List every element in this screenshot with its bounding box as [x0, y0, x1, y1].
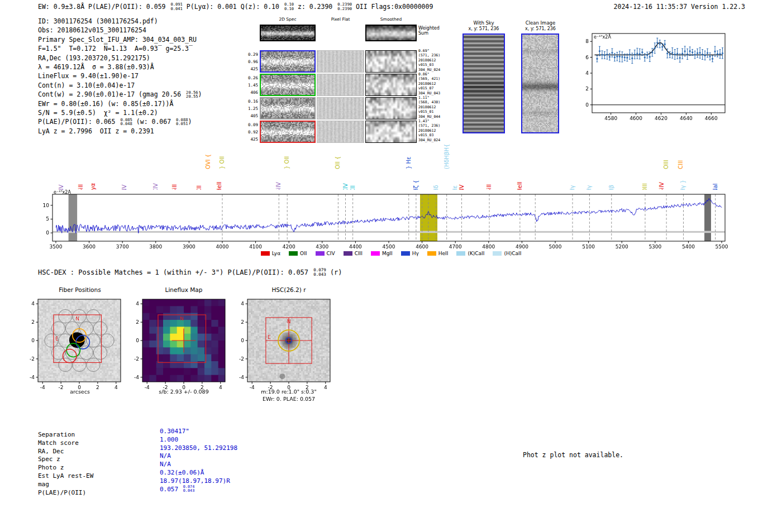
with-sky-title: With Sky — [458, 20, 509, 26]
hsc-caption-2: EWr: 0. PLAE: 0.057 — [242, 396, 336, 402]
legend-item: (K)CaII — [456, 251, 484, 256]
match-row-label: Photo z — [38, 464, 160, 472]
fiber-weight-value: 0.09 — [241, 121, 258, 128]
match-row-value: N/A — [160, 452, 171, 459]
hsc-match-summary: HSC-DEX : Possible Matches = 1 (within +… — [38, 269, 342, 277]
photz-note: Phot z plot not available. — [523, 451, 623, 459]
fiber-annotation-line: 304_RU_043 — [418, 91, 453, 95]
match-row-label: Spec z — [38, 456, 160, 464]
fiber-annotation-line: 20180612 — [418, 82, 453, 86]
fiber-weight-value: 405 — [241, 112, 258, 119]
with-sky-image — [462, 33, 505, 133]
match-row-value: 0.057 0.0740.043 — [160, 486, 194, 493]
line-fit-inset-chart — [575, 28, 732, 122]
fiber-smoothed-image — [365, 74, 417, 96]
match-row-label: Match score — [38, 439, 160, 448]
fiber-weight-value: 0.29 — [241, 51, 258, 58]
fiber-smoothed-image — [365, 121, 417, 143]
stacked-uncertainty: 0.0740.043 — [183, 485, 195, 493]
fiber-weight-value: 0.92 — [241, 128, 258, 136]
match-row-label: P(LAE)/P(OII) — [38, 489, 160, 497]
info-line: S/N = 5.9(±0.5) χ² = 1.1(±0.2) — [38, 108, 202, 117]
fiber-weight-value: 406 — [241, 89, 258, 96]
col-header-2d-spec: 2D Spec — [260, 17, 316, 22]
match-row-label: Separation — [38, 431, 160, 439]
fiber-pixel-flat-image — [317, 74, 364, 96]
weighted-2d-spec-image — [260, 25, 316, 41]
fiber-2d-spec-image — [260, 50, 316, 73]
fiber-annotation-line: 0.69" — [418, 49, 453, 53]
legend-item: (H)CaII — [493, 251, 521, 256]
info-line: P(LAE)/P(OII): 0.065 0.0850.048 (w: 0.06… — [38, 117, 202, 126]
fiber-annotation-line: (568, 430) — [418, 100, 453, 104]
fiber-row-weights: 0.290.96425 — [241, 51, 258, 73]
legend-item: CIII — [344, 251, 363, 256]
fiber-row-annotation: 0.69"(571, 236)20180612v015_03304_RU_024 — [418, 49, 453, 72]
fiber-annotation-line: (571, 236) — [418, 53, 453, 57]
fiber-positions-panel — [17, 295, 123, 395]
legend-item: HeII — [427, 251, 449, 256]
fiber-smoothed-image — [365, 50, 417, 73]
fiber-annotation-line: 304_RU_024 — [418, 138, 453, 142]
match-row-label: Est LyA rest-EW — [38, 472, 160, 481]
info-line: LyA z = 2.7996 OII z = 0.2391 — [38, 127, 202, 136]
fiber-annotation-line: (571, 236) — [418, 123, 453, 128]
match-row-label: RA, Dec — [38, 448, 160, 456]
emission-line-label: } OII — [219, 156, 225, 169]
elixer-detection-report: EW: 0.9±3.8Å P(LAE)/P(OII): 0.059 0.0910… — [0, 0, 782, 532]
fiber-weight-value: 0.96 — [241, 58, 258, 65]
info-line: λ = 4619.12Å σ = 3.88(±0.93)Å — [38, 63, 202, 71]
fiber-weight-value: 425 — [241, 136, 258, 143]
fiber-2d-spec-image — [260, 97, 316, 119]
fiber-smoothed-image — [365, 97, 417, 119]
with-sky-coords: x, y: 571, 236 — [458, 26, 509, 31]
fiber-pixel-flat-image — [317, 97, 364, 119]
stacked-uncertainty: 20.5620.55 — [186, 90, 198, 98]
legend-label: OII — [300, 251, 307, 256]
match-row-value: N/A — [160, 461, 171, 468]
table-row: P(LAE)/P(OII)0.057 0.0740.043 — [38, 489, 237, 497]
emission-line-label: OIII — [663, 160, 669, 169]
catalog-match-table: Separation0.30417"Match score1.000RA, De… — [38, 431, 237, 497]
fiber-annotation-line: 20180612 — [418, 58, 453, 63]
hsc-caption-1: m:19.0 re:1.0" s:0.3" — [242, 389, 336, 395]
fiber-pixel-flat-image — [317, 121, 364, 143]
spectrum-legend: LyαOIICIVCIIIMgIIHγHeII(K)CaII(H)CaII — [140, 251, 642, 256]
fiber-row-weights: 0.261.45406 — [241, 74, 258, 96]
weighted-sum-label: Weighted Sum — [418, 26, 445, 36]
fiber-annotation-line: v015_07 — [418, 86, 453, 90]
legend-label: CIII — [355, 251, 363, 256]
detection-info-block: ID: 3001176254 (3001176254.pdf)Obs: 2018… — [38, 17, 202, 136]
legend-label: (H)CaII — [504, 251, 521, 256]
fiber-row-weights: 0.161.25405 — [241, 98, 258, 119]
table-row: Photo zN/A — [38, 464, 237, 472]
table-row: Spec zN/A — [38, 456, 237, 464]
clean-image-coords: x, y: 571, 236 — [517, 26, 564, 31]
stacked-uncertainty: 0.0850.048 — [120, 118, 132, 126]
info-line: ID: 3001176254 (3001176254.pdf) — [38, 17, 202, 26]
legend-swatch — [456, 251, 465, 256]
legend-item: Hγ — [401, 251, 419, 256]
stacked-uncertainty: 0.0790.043 — [313, 268, 326, 276]
legend-label: (K)CaII — [468, 251, 484, 256]
fiber-weight-value: 1.45 — [241, 82, 258, 89]
fiber-pixel-flat-image — [317, 50, 364, 73]
emission-line-label: CIII — [678, 160, 684, 169]
info-line: RA,Dec (193.203720,51.292175) — [38, 54, 202, 63]
fiber-annotation-line: 304_RU_044 — [418, 114, 453, 119]
fiber-annotation-line: v015_03 — [418, 133, 453, 137]
legend-swatch — [371, 251, 380, 256]
stacked-uncertainty: 0.100.10 — [284, 2, 294, 10]
fiber-annotation-line: 20180612 — [418, 128, 453, 133]
legend-swatch — [316, 251, 325, 256]
table-row: mag18.97(18.97,18.97)R — [38, 481, 237, 489]
emission-line-label: OII { — [335, 156, 341, 169]
fiber-annotation-line: (569, 421) — [418, 76, 453, 81]
stacked-uncertainty: 0.0910.041 — [170, 2, 182, 10]
fiber-row-annotation: 1.43"(571, 236)20180612v015_03304_RU_024 — [418, 119, 453, 142]
legend-label: Lyα — [272, 251, 280, 256]
legend-label: HeII — [438, 251, 449, 256]
legend-label: Hγ — [412, 251, 419, 256]
fiber-row-weights: 0.090.92425 — [241, 121, 258, 143]
col-header-smoothed: Smoothed — [365, 17, 417, 22]
